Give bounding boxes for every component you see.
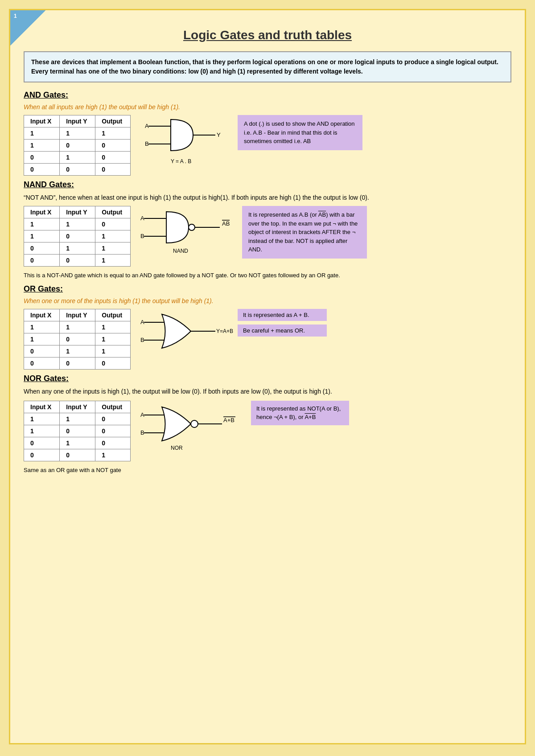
- nor-additional: Same as an OR gate with a NOT gate: [24, 466, 511, 475]
- nor-header-out: Output: [95, 401, 131, 413]
- and-gate-diagram: A B Y Y = A . B: [140, 115, 229, 155]
- and-desc: When at all inputs are high (1) the outp…: [24, 103, 511, 111]
- svg-text:A: A: [140, 215, 144, 222]
- and-note: A dot (.) is used to show the AND operat…: [238, 115, 362, 150]
- and-row-2: 1 0 0: [24, 140, 131, 152]
- or-section: OR Gates: When one or more of the inputs…: [24, 284, 511, 370]
- svg-text:B: B: [140, 337, 144, 343]
- and-gate-svg: A B Y Y = A . B: [144, 115, 224, 155]
- svg-point-24: [191, 420, 198, 427]
- nor-row-3: 0 1 0: [24, 437, 131, 449]
- svg-point-9: [189, 224, 195, 230]
- nor-title: NOR Gates:: [24, 374, 511, 383]
- or-desc: When one or more of the inputs is high (…: [24, 297, 511, 304]
- intro-text: These are devices that implement a Boole…: [31, 58, 498, 75]
- intro-box: These are devices that implement a Boole…: [24, 51, 511, 82]
- svg-text:A: A: [140, 411, 144, 418]
- page-container: 1 Logic Gates and truth tables These are…: [9, 9, 526, 744]
- nand-header-x: Input X: [24, 206, 60, 218]
- nor-note-text: It is represented as NOT(A or B), hence …: [256, 405, 341, 421]
- nor-header-x: Input X: [24, 401, 60, 413]
- or-header-out: Output: [95, 309, 131, 321]
- or-note-2: Be careful + means OR.: [238, 325, 327, 337]
- svg-text:Y = A . B: Y = A . B: [171, 158, 191, 164]
- svg-text:NOR: NOR: [171, 445, 183, 451]
- nand-table: Input X Input Y Output 1 1 0 1 0 1 0 1: [24, 206, 131, 267]
- or-table: Input X Input Y Output 1 1 1 1 0 1 0 1: [24, 309, 131, 370]
- or-notes: It is represented as A + B. Be careful +…: [238, 309, 327, 337]
- nor-header-y: Input Y: [60, 401, 95, 413]
- nand-row-2: 1 0 1: [24, 230, 131, 242]
- nor-gate-svg: A B A+B NOR: [140, 401, 242, 452]
- svg-text:AB: AB: [222, 220, 230, 227]
- nor-content: Input X Input Y Output 1 1 0 1 0 0 0 1: [24, 401, 511, 461]
- svg-text:B: B: [140, 233, 144, 239]
- or-title: OR Gates:: [24, 284, 511, 294]
- nand-desc: “NOT AND”, hence when at least one input…: [24, 193, 511, 202]
- svg-text:B: B: [145, 140, 149, 147]
- and-header-x: Input X: [24, 115, 60, 127]
- nand-content: Input X Input Y Output 1 1 0 1 0 1 0 1: [24, 206, 511, 267]
- and-row-1: 1 1 1: [24, 127, 131, 140]
- and-header-out: Output: [95, 115, 131, 127]
- or-content: Input X Input Y Output 1 1 1 1 0 1 0 1: [24, 309, 511, 370]
- nand-additional: This is a NOT-AND gate which is equal to…: [24, 271, 511, 280]
- nor-note: It is represented as NOT(A or B), hence …: [251, 401, 349, 425]
- or-header-y: Input Y: [60, 309, 95, 321]
- svg-text:Y=A+B: Y=A+B: [216, 328, 233, 334]
- nand-section: NAND Gates: “NOT AND”, hence when at lea…: [24, 180, 511, 280]
- nor-desc: When any one of the inputs is high (1), …: [24, 387, 511, 396]
- svg-text:Y: Y: [217, 131, 221, 138]
- nand-row-1: 1 1 0: [24, 218, 131, 230]
- svg-text:NAND: NAND: [173, 248, 188, 254]
- or-note-1: It is represented as A + B.: [238, 309, 327, 321]
- nor-section: NOR Gates: When any one of the inputs is…: [24, 374, 511, 475]
- and-table: Input X Input Y Output 1 1 1 1 0 0 0 1: [24, 115, 131, 176]
- svg-text:A: A: [140, 319, 144, 325]
- nand-title: NAND Gates:: [24, 180, 511, 189]
- nand-gate-diagram: A B AB NAND: [140, 206, 233, 255]
- nand-gate-svg: A B AB NAND: [140, 206, 233, 255]
- page-number: 1: [14, 13, 17, 19]
- and-section: AND Gates: When at all inputs are high (…: [24, 90, 511, 176]
- and-title: AND Gates:: [24, 90, 511, 100]
- and-header-y: Input Y: [60, 115, 95, 127]
- svg-text:B: B: [140, 429, 144, 436]
- or-header-x: Input X: [24, 309, 60, 321]
- nor-table: Input X Input Y Output 1 1 0 1 0 0 0 1: [24, 401, 131, 461]
- svg-text:A+B: A+B: [223, 417, 235, 423]
- nor-row-4: 0 0 1: [24, 449, 131, 461]
- or-gate-diagram: A B Y=A+B: [140, 309, 229, 353]
- nand-header-out: Output: [95, 206, 131, 218]
- nand-note-text: It is represented as A.B (or AB) with a …: [248, 211, 358, 253]
- nor-gate-diagram: A B A+B NOR: [140, 401, 242, 452]
- and-row-3: 0 1 0: [24, 152, 131, 164]
- nor-row-1: 1 1 0: [24, 413, 131, 425]
- page-title: Logic Gates and truth tables: [24, 24, 511, 42]
- or-row-4: 0 0 0: [24, 357, 131, 369]
- or-row-1: 1 1 1: [24, 321, 131, 333]
- and-row-4: 0 0 0: [24, 164, 131, 176]
- or-row-2: 1 0 1: [24, 333, 131, 345]
- nand-note: It is represented as A.B (or AB) with a …: [242, 206, 367, 259]
- or-gate-svg: A B Y=A+B: [140, 309, 229, 353]
- or-row-3: 0 1 1: [24, 345, 131, 357]
- nand-header-y: Input Y: [60, 206, 95, 218]
- svg-text:A: A: [145, 123, 149, 129]
- nor-row-2: 1 0 0: [24, 425, 131, 437]
- nand-row-4: 0 0 1: [24, 255, 131, 267]
- and-content: Input X Input Y Output 1 1 1 1 0 0 0 1: [24, 115, 511, 176]
- nand-row-3: 0 1 1: [24, 242, 131, 255]
